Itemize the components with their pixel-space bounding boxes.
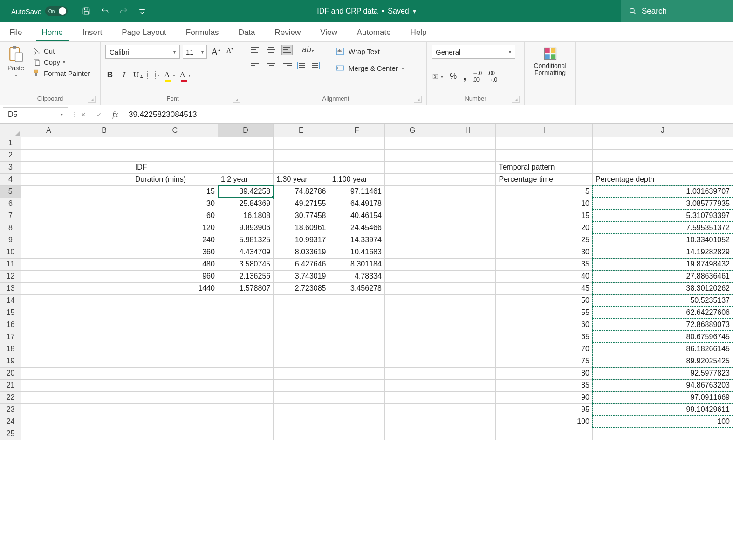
cell-D11[interactable]: 3.580745 [218, 258, 273, 270]
cell-J15[interactable]: 62.64227606 [592, 307, 733, 319]
cell-C6[interactable]: 30 [132, 198, 218, 210]
cell-E6[interactable]: 49.27155 [274, 198, 329, 210]
cell-B3[interactable] [76, 161, 132, 173]
decrease-indent-icon[interactable] [297, 62, 308, 69]
cell-C20[interactable] [132, 367, 218, 379]
cell-G22[interactable] [384, 391, 440, 403]
tab-review[interactable]: Review [269, 24, 307, 41]
cell-D17[interactable] [218, 331, 273, 343]
cell-I8[interactable]: 20 [496, 222, 593, 234]
cell-E18[interactable] [274, 343, 329, 355]
cell-A20[interactable] [21, 367, 76, 379]
cell-F17[interactable] [329, 331, 384, 343]
row-header-25[interactable]: 25 [0, 428, 21, 440]
cell-F22[interactable] [329, 391, 384, 403]
save-icon[interactable] [79, 4, 94, 19]
cell-J22[interactable]: 97.0911669 [592, 391, 733, 403]
cell-C5[interactable]: 15 [132, 185, 218, 198]
cell-F23[interactable] [329, 403, 384, 416]
cell-H8[interactable] [440, 222, 496, 234]
insert-function-icon[interactable]: fx [107, 107, 123, 122]
cell-B4[interactable] [76, 173, 132, 185]
cell-H13[interactable] [440, 282, 496, 294]
cell-I7[interactable]: 15 [496, 210, 593, 222]
cell-F18[interactable] [329, 343, 384, 355]
cell-J18[interactable]: 86.18266145 [592, 343, 733, 355]
row-header-13[interactable]: 13 [0, 282, 21, 294]
cell-H9[interactable] [440, 234, 496, 246]
cell-E12[interactable]: 3.743019 [274, 270, 329, 282]
cell-D18[interactable] [218, 343, 273, 355]
col-header-B[interactable]: B [76, 124, 132, 137]
cell-C11[interactable]: 480 [132, 258, 218, 270]
cell-C25[interactable] [132, 428, 218, 440]
cell-B21[interactable] [76, 379, 132, 391]
cell-A7[interactable] [21, 210, 76, 222]
tab-help[interactable]: Help [405, 24, 432, 41]
enter-formula-icon[interactable]: ✓ [91, 107, 107, 122]
cell-J4[interactable]: Percentage depth [592, 173, 733, 185]
row-header-20[interactable]: 20 [0, 367, 21, 379]
cell-G20[interactable] [384, 367, 440, 379]
cell-F20[interactable] [329, 367, 384, 379]
cell-A14[interactable] [21, 294, 76, 307]
cell-G16[interactable] [384, 319, 440, 331]
row-header-9[interactable]: 9 [0, 234, 21, 246]
col-header-D[interactable]: D [218, 124, 273, 137]
cell-E21[interactable] [274, 379, 329, 391]
cell-A11[interactable] [21, 258, 76, 270]
cell-A17[interactable] [21, 331, 76, 343]
cell-H7[interactable] [440, 210, 496, 222]
col-header-E[interactable]: E [274, 124, 329, 137]
cell-I25[interactable] [496, 428, 593, 440]
cell-G4[interactable] [384, 173, 440, 185]
cell-C17[interactable] [132, 331, 218, 343]
tab-file[interactable]: File [4, 24, 27, 41]
cell-C21[interactable] [132, 379, 218, 391]
cell-J20[interactable]: 92.5977823 [592, 367, 733, 379]
cell-E25[interactable] [274, 428, 329, 440]
cell-B15[interactable] [76, 307, 132, 319]
cell-E22[interactable] [274, 391, 329, 403]
col-header-C[interactable]: C [132, 124, 218, 137]
cell-J12[interactable]: 27.88636461 [592, 270, 733, 282]
cell-F3[interactable] [329, 161, 384, 173]
cell-I24[interactable]: 100 [496, 416, 593, 428]
cell-H6[interactable] [440, 198, 496, 210]
cell-A24[interactable] [21, 416, 76, 428]
cell-D25[interactable] [218, 428, 273, 440]
row-header-17[interactable]: 17 [0, 331, 21, 343]
row-header-22[interactable]: 22 [0, 391, 21, 403]
cell-H24[interactable] [440, 416, 496, 428]
cell-D12[interactable]: 2.136256 [218, 270, 273, 282]
cell-G3[interactable] [384, 161, 440, 173]
cell-I21[interactable]: 85 [496, 379, 593, 391]
border-button[interactable]: ▾ [147, 69, 159, 81]
cell-F8[interactable]: 24.45466 [329, 222, 384, 234]
cell-I13[interactable]: 45 [496, 282, 593, 294]
cell-F15[interactable] [329, 307, 384, 319]
cut-button[interactable]: Cut [33, 47, 90, 55]
row-header-1[interactable]: 1 [0, 137, 21, 149]
cell-F25[interactable] [329, 428, 384, 440]
cell-I6[interactable]: 10 [496, 198, 593, 210]
cell-H23[interactable] [440, 403, 496, 416]
row-header-3[interactable]: 3 [0, 161, 21, 173]
cell-I4[interactable]: Percentage time [496, 173, 593, 185]
cell-E19[interactable] [274, 355, 329, 367]
cell-E4[interactable]: 1:30 year [274, 173, 329, 185]
cell-B12[interactable] [76, 270, 132, 282]
cell-H21[interactable] [440, 379, 496, 391]
formula-input[interactable]: 39.4225823084513 [123, 110, 733, 119]
cell-F24[interactable] [329, 416, 384, 428]
row-header-23[interactable]: 23 [0, 403, 21, 416]
dialog-launcher-icon[interactable] [233, 96, 240, 103]
cell-F10[interactable]: 10.41683 [329, 246, 384, 258]
tab-page-layout[interactable]: Page Layout [116, 24, 171, 41]
cell-B10[interactable] [76, 246, 132, 258]
cell-D9[interactable]: 5.981325 [218, 234, 273, 246]
cell-H19[interactable] [440, 355, 496, 367]
tab-view[interactable]: View [315, 24, 343, 41]
cell-B11[interactable] [76, 258, 132, 270]
cell-A1[interactable] [21, 137, 76, 149]
